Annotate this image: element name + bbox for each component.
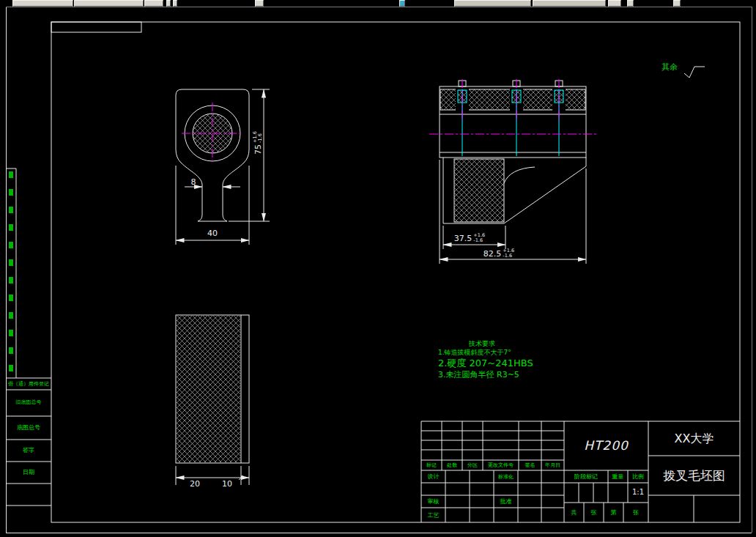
- left-margin-row-4: 签字: [6, 447, 51, 453]
- dim-front-height: 75 +1.6 -1.6: [253, 126, 263, 160]
- side-view-geometry: [176, 315, 249, 485]
- title-block-weight-label: 重量: [608, 473, 628, 480]
- title-block-drawing-title: 拨叉毛坯图: [648, 467, 740, 484]
- cad-drawing-canvas[interactable]: 其余 40 8 75 +1.6 -1.6 37.5 +1.6 -1.6 82.5…: [0, 0, 756, 537]
- title-block-header-zone: 分区: [462, 462, 483, 468]
- dim-side-right: 10: [217, 480, 237, 488]
- title-block-header-date: 年月日: [541, 462, 564, 468]
- title-block-scale-value: 1:1: [628, 488, 648, 496]
- title-block-role-process: 工艺: [421, 512, 445, 519]
- title-block-role-standard: 标准化: [494, 474, 518, 480]
- dim-side-left: 20: [185, 480, 205, 488]
- title-block-material: HT200: [566, 438, 647, 453]
- surface-note-label: 其余: [662, 62, 678, 73]
- title-block-scale-label: 比例: [628, 473, 648, 480]
- title-block-stage-label: 阶段标记: [564, 473, 608, 480]
- title-block-sheet-total: 共: [564, 509, 584, 516]
- dim-section-inner: 37.5 +1.6 -1.6: [445, 233, 494, 243]
- dim-value: 40: [207, 229, 218, 237]
- front-view-centerlines: [182, 103, 243, 164]
- surface-roughness-icon: [684, 67, 705, 78]
- dim-tolerance: +1.6 -1.6: [503, 248, 514, 259]
- dim-section-overall: 82.5 +1.6 -1.6: [475, 248, 523, 259]
- dim-tolerance: +1.6 -1.6: [253, 131, 263, 143]
- title-block-header-sign: 签名: [519, 462, 541, 468]
- title-block-header-doc: 更改文件号: [483, 462, 519, 468]
- title-block-sheet-unit1: 张: [584, 509, 604, 516]
- title-block-sheet-no: 第: [604, 509, 623, 516]
- title-block-header-count: 处数: [442, 462, 462, 468]
- tol-minus: -1.6: [258, 131, 263, 143]
- dim-front-width: 40: [202, 229, 223, 237]
- notes-line-3: 3.未注圆角半径 R3~5: [438, 369, 519, 380]
- dim-tolerance: +1.6 -1.6: [473, 233, 485, 243]
- dim-value: 20: [190, 480, 200, 488]
- dim-value: 37.5: [454, 234, 472, 242]
- left-margin-marks: [9, 171, 13, 371]
- title-block-sheet-unit2: 张: [623, 509, 648, 516]
- window-border: [6, 7, 752, 533]
- left-margin-row-5: 日期: [6, 469, 51, 475]
- title-block-role-check: 审核: [421, 498, 445, 505]
- tol-minus: -1.6: [473, 238, 485, 243]
- title-block-role-approve: 批准: [494, 498, 518, 505]
- dim-value: 75: [254, 144, 262, 155]
- left-margin-row-3: 底图总号: [6, 424, 51, 431]
- notes-line-2: 2.硬度 207~241HBS: [438, 357, 533, 370]
- dim-value: 10: [222, 480, 232, 488]
- dim-value: 82.5: [483, 250, 502, 258]
- left-margin-row-2: 旧底图总号: [6, 399, 51, 405]
- title-block-role-design: 设计: [421, 473, 445, 480]
- title-block-organization: XX大学: [648, 432, 740, 447]
- dim-value: 8: [191, 178, 196, 186]
- dim-front-neck: 8: [188, 178, 199, 186]
- drawing-geometry: [0, 0, 756, 537]
- left-margin-row-1: 借（通）用件登记: [6, 381, 51, 387]
- left-margin-grid: [6, 168, 51, 505]
- front-view-geometry: [176, 89, 270, 245]
- tol-minus: -1.6: [503, 253, 514, 259]
- title-block-header-mark: 标记: [421, 462, 442, 468]
